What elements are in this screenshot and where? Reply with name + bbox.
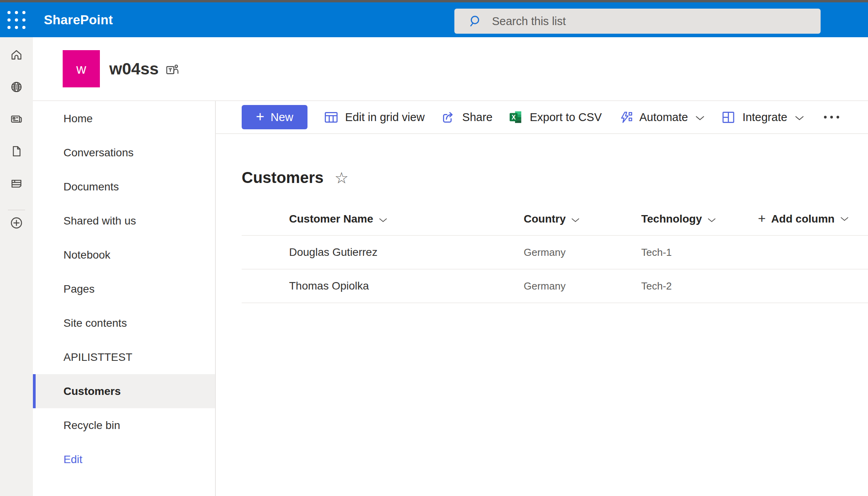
automate-menu-button[interactable]: Automate xyxy=(618,110,705,124)
nav-item-documents[interactable]: Documents xyxy=(33,170,215,204)
share-label: Share xyxy=(462,111,492,124)
site-header: w w04ss xyxy=(33,37,868,100)
nav-edit-link[interactable]: Edit xyxy=(33,442,215,476)
edit-grid-view-label: Edit in grid view xyxy=(345,111,425,124)
news-icon xyxy=(10,112,23,126)
document-icon xyxy=(10,145,23,158)
table-row[interactable]: Thomas Opiolka Germany Tech-2 xyxy=(242,270,868,303)
site-title[interactable]: w04ss xyxy=(109,60,159,78)
site-logo[interactable]: w xyxy=(63,50,100,87)
new-button[interactable]: + New xyxy=(242,105,307,129)
chevron-down-icon xyxy=(695,116,705,121)
waffle-icon xyxy=(7,11,25,29)
share-button[interactable]: Share xyxy=(441,110,492,124)
rail-sites-button[interactable] xyxy=(10,80,23,112)
chevron-down-icon xyxy=(707,218,716,223)
suite-bar: SharePoint xyxy=(0,2,868,37)
rail-create-button[interactable] xyxy=(9,216,24,248)
more-commands-button[interactable] xyxy=(823,115,840,119)
export-csv-button[interactable]: X Export to CSV xyxy=(509,110,602,124)
table-row[interactable]: Douglas Gutierrez Germany Tech-1 xyxy=(242,236,868,270)
search-icon xyxy=(468,14,483,28)
nav-item-customers[interactable]: Customers xyxy=(33,374,215,408)
globe-icon xyxy=(10,80,23,94)
chevron-down-icon xyxy=(840,217,849,221)
column-header-country[interactable]: Country xyxy=(524,213,641,225)
list-title: Customers xyxy=(242,168,324,186)
chevron-down-icon xyxy=(795,116,804,121)
cell-country: Germany xyxy=(524,246,641,259)
suite-app-name[interactable]: SharePoint xyxy=(44,13,113,27)
nav-item-recycle-bin[interactable]: Recycle bin xyxy=(33,408,215,442)
nav-item-conversations[interactable]: Conversations xyxy=(33,136,215,170)
rail-pages-button[interactable] xyxy=(10,145,23,177)
add-column-button[interactable]: + Add column xyxy=(758,213,868,225)
share-icon xyxy=(441,110,456,124)
list-icon xyxy=(10,177,23,190)
search-box[interactable] xyxy=(454,9,821,34)
plus-icon: + xyxy=(758,212,766,225)
rail-news-button[interactable] xyxy=(10,112,23,145)
cell-customer-name: Thomas Opiolka xyxy=(242,280,524,292)
search-input[interactable] xyxy=(491,14,797,28)
rail-divider xyxy=(8,210,25,210)
rail-lists-button[interactable] xyxy=(10,177,23,209)
app-launcher-button[interactable] xyxy=(0,2,33,37)
excel-icon: X xyxy=(509,110,523,124)
grid-icon xyxy=(324,110,338,124)
add-circle-icon xyxy=(9,216,24,230)
export-csv-label: Export to CSV xyxy=(530,111,602,124)
cell-technology: Tech-1 xyxy=(641,246,758,259)
rail-home-button[interactable] xyxy=(10,48,23,80)
nav-item-pages[interactable]: Pages xyxy=(33,272,215,306)
site-nav: Home Conversations Documents Shared with… xyxy=(33,101,216,496)
teams-icon xyxy=(166,64,180,76)
automate-label: Automate xyxy=(639,111,688,124)
automate-icon xyxy=(618,110,633,124)
integrate-menu-button[interactable]: Integrate xyxy=(721,110,804,124)
column-header-customer-name[interactable]: Customer Name xyxy=(242,213,524,225)
command-bar: + New Edit in grid view xyxy=(216,101,868,134)
favorite-star-icon[interactable]: ☆ xyxy=(335,170,349,186)
ellipsis-icon xyxy=(823,115,840,119)
home-icon xyxy=(10,48,23,62)
integrate-label: Integrate xyxy=(742,111,787,124)
nav-item-home[interactable]: Home xyxy=(33,101,215,136)
column-header-technology[interactable]: Technology xyxy=(641,213,758,225)
nav-item-notebook[interactable]: Notebook xyxy=(33,238,215,272)
nav-item-apilisttest[interactable]: APILISTTEST xyxy=(33,340,215,374)
cell-country: Germany xyxy=(524,280,641,292)
nav-item-site-contents[interactable]: Site contents xyxy=(33,306,215,340)
integrate-icon xyxy=(721,110,736,124)
svg-text:X: X xyxy=(512,114,516,121)
edit-grid-view-button[interactable]: Edit in grid view xyxy=(324,110,425,124)
plus-icon: + xyxy=(256,109,264,124)
nav-item-shared-with-us[interactable]: Shared with us xyxy=(33,204,215,238)
new-button-label: New xyxy=(271,111,293,124)
table-header-row: Customer Name Country xyxy=(242,203,868,236)
chevron-down-icon xyxy=(571,218,580,223)
cell-customer-name: Douglas Gutierrez xyxy=(242,246,524,259)
list-view: Customers ☆ Customer Name xyxy=(216,134,868,496)
chevron-down-icon xyxy=(379,218,387,223)
app-rail xyxy=(0,37,33,496)
list-table: Customer Name Country xyxy=(242,203,868,303)
cell-technology: Tech-2 xyxy=(641,280,758,292)
